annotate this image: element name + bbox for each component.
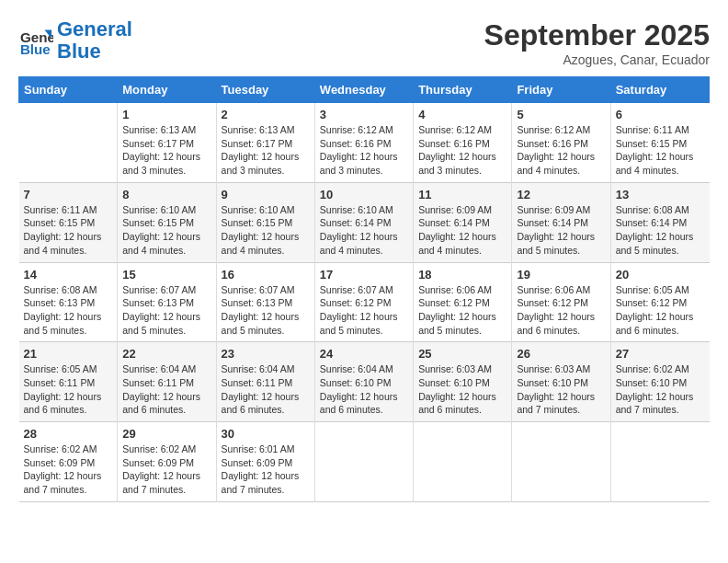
page-header: General Blue GeneralBlue September 2025 … xyxy=(18,18,710,67)
day-info: Sunrise: 6:04 AM Sunset: 6:11 PM Dayligh… xyxy=(122,362,210,417)
calendar-cell xyxy=(314,422,413,502)
day-number: 8 xyxy=(122,188,210,201)
day-number: 11 xyxy=(418,188,506,201)
day-info: Sunrise: 6:07 AM Sunset: 6:13 PM Dayligh… xyxy=(122,283,210,338)
day-number: 12 xyxy=(517,188,605,201)
calendar-cell: 5Sunrise: 6:12 AM Sunset: 6:16 PM Daylig… xyxy=(512,103,610,183)
day-number: 7 xyxy=(24,188,113,201)
calendar-cell: 13Sunrise: 6:08 AM Sunset: 6:14 PM Dayli… xyxy=(610,182,709,262)
day-number: 4 xyxy=(418,108,506,121)
day-header-sunday: Sunday xyxy=(19,77,118,103)
day-header-wednesday: Wednesday xyxy=(314,77,413,103)
month-title: September 2025 xyxy=(484,18,710,52)
day-number: 25 xyxy=(418,347,506,361)
calendar-cell: 10Sunrise: 6:10 AM Sunset: 6:14 PM Dayli… xyxy=(314,182,413,262)
calendar-cell xyxy=(19,103,118,183)
day-number: 9 xyxy=(222,188,310,201)
day-info: Sunrise: 6:12 AM Sunset: 6:16 PM Dayligh… xyxy=(418,123,506,178)
day-number: 6 xyxy=(616,108,705,121)
calendar-cell: 30Sunrise: 6:01 AM Sunset: 6:09 PM Dayli… xyxy=(216,422,314,502)
calendar-cell: 24Sunrise: 6:04 AM Sunset: 6:10 PM Dayli… xyxy=(314,342,413,422)
day-number: 28 xyxy=(24,427,113,441)
calendar-cell: 6Sunrise: 6:11 AM Sunset: 6:15 PM Daylig… xyxy=(610,103,709,183)
day-number: 24 xyxy=(320,347,408,361)
calendar-cell: 25Sunrise: 6:03 AM Sunset: 6:10 PM Dayli… xyxy=(414,342,512,422)
day-number: 2 xyxy=(222,108,310,121)
calendar-cell: 19Sunrise: 6:06 AM Sunset: 6:12 PM Dayli… xyxy=(512,262,610,342)
day-number: 27 xyxy=(616,347,705,361)
calendar-cell: 17Sunrise: 6:07 AM Sunset: 6:12 PM Dayli… xyxy=(314,262,413,342)
calendar-cell: 15Sunrise: 6:07 AM Sunset: 6:13 PM Dayli… xyxy=(118,262,216,342)
day-number: 18 xyxy=(418,268,506,282)
day-number: 26 xyxy=(517,347,605,361)
day-number: 5 xyxy=(517,108,605,121)
location-subtitle: Azogues, Canar, Ecuador xyxy=(484,52,710,67)
title-block: September 2025 Azogues, Canar, Ecuador xyxy=(484,18,710,67)
day-header-friday: Friday xyxy=(512,77,610,103)
day-info: Sunrise: 6:02 AM Sunset: 6:09 PM Dayligh… xyxy=(24,442,113,497)
calendar-cell xyxy=(512,422,610,502)
calendar-cell: 28Sunrise: 6:02 AM Sunset: 6:09 PM Dayli… xyxy=(19,422,118,502)
calendar-header-row: SundayMondayTuesdayWednesdayThursdayFrid… xyxy=(19,77,710,103)
day-info: Sunrise: 6:09 AM Sunset: 6:14 PM Dayligh… xyxy=(517,203,605,258)
calendar-cell xyxy=(610,422,709,502)
day-info: Sunrise: 6:03 AM Sunset: 6:10 PM Dayligh… xyxy=(418,362,506,417)
day-info: Sunrise: 6:10 AM Sunset: 6:15 PM Dayligh… xyxy=(122,203,210,258)
day-info: Sunrise: 6:04 AM Sunset: 6:11 PM Dayligh… xyxy=(222,362,310,417)
day-info: Sunrise: 6:06 AM Sunset: 6:12 PM Dayligh… xyxy=(418,283,506,338)
calendar-cell: 27Sunrise: 6:02 AM Sunset: 6:10 PM Dayli… xyxy=(610,342,709,422)
day-number: 15 xyxy=(122,268,210,282)
day-header-thursday: Thursday xyxy=(414,77,512,103)
calendar-cell: 8Sunrise: 6:10 AM Sunset: 6:15 PM Daylig… xyxy=(118,182,216,262)
day-info: Sunrise: 6:10 AM Sunset: 6:15 PM Dayligh… xyxy=(222,203,310,258)
calendar-cell: 12Sunrise: 6:09 AM Sunset: 6:14 PM Dayli… xyxy=(512,182,610,262)
day-number: 20 xyxy=(616,268,705,282)
day-number: 3 xyxy=(320,108,408,121)
day-info: Sunrise: 6:01 AM Sunset: 6:09 PM Dayligh… xyxy=(222,442,310,497)
logo-icon: General Blue xyxy=(18,23,53,58)
day-info: Sunrise: 6:10 AM Sunset: 6:14 PM Dayligh… xyxy=(320,203,408,258)
day-number: 10 xyxy=(320,188,408,201)
week-row-3: 14Sunrise: 6:08 AM Sunset: 6:13 PM Dayli… xyxy=(19,262,710,342)
calendar-cell: 7Sunrise: 6:11 AM Sunset: 6:15 PM Daylig… xyxy=(19,182,118,262)
day-number: 17 xyxy=(320,268,408,282)
calendar-table: SundayMondayTuesdayWednesdayThursdayFrid… xyxy=(18,76,710,502)
calendar-cell: 23Sunrise: 6:04 AM Sunset: 6:11 PM Dayli… xyxy=(216,342,314,422)
day-info: Sunrise: 6:11 AM Sunset: 6:15 PM Dayligh… xyxy=(616,123,705,178)
day-number: 16 xyxy=(222,268,310,282)
svg-text:Blue: Blue xyxy=(20,41,51,57)
calendar-cell: 1Sunrise: 6:13 AM Sunset: 6:17 PM Daylig… xyxy=(118,103,216,183)
day-info: Sunrise: 6:06 AM Sunset: 6:12 PM Dayligh… xyxy=(517,283,605,338)
day-info: Sunrise: 6:12 AM Sunset: 6:16 PM Dayligh… xyxy=(517,123,605,178)
day-info: Sunrise: 6:07 AM Sunset: 6:12 PM Dayligh… xyxy=(320,283,408,338)
calendar-cell: 22Sunrise: 6:04 AM Sunset: 6:11 PM Dayli… xyxy=(118,342,216,422)
calendar-cell: 29Sunrise: 6:02 AM Sunset: 6:09 PM Dayli… xyxy=(118,422,216,502)
day-info: Sunrise: 6:13 AM Sunset: 6:17 PM Dayligh… xyxy=(122,123,210,178)
day-header-tuesday: Tuesday xyxy=(216,77,314,103)
day-header-monday: Monday xyxy=(118,77,216,103)
day-number: 23 xyxy=(222,347,310,361)
day-info: Sunrise: 6:13 AM Sunset: 6:17 PM Dayligh… xyxy=(222,123,310,178)
calendar-cell xyxy=(414,422,512,502)
day-number: 29 xyxy=(122,427,210,441)
day-number: 22 xyxy=(122,347,210,361)
calendar-cell: 18Sunrise: 6:06 AM Sunset: 6:12 PM Dayli… xyxy=(414,262,512,342)
day-info: Sunrise: 6:12 AM Sunset: 6:16 PM Dayligh… xyxy=(320,123,408,178)
day-info: Sunrise: 6:08 AM Sunset: 6:13 PM Dayligh… xyxy=(24,283,113,338)
day-info: Sunrise: 6:03 AM Sunset: 6:10 PM Dayligh… xyxy=(517,362,605,417)
day-number: 14 xyxy=(24,268,113,282)
day-info: Sunrise: 6:02 AM Sunset: 6:10 PM Dayligh… xyxy=(616,362,705,417)
day-info: Sunrise: 6:09 AM Sunset: 6:14 PM Dayligh… xyxy=(418,203,506,258)
calendar-cell: 20Sunrise: 6:05 AM Sunset: 6:12 PM Dayli… xyxy=(610,262,709,342)
calendar-cell: 2Sunrise: 6:13 AM Sunset: 6:17 PM Daylig… xyxy=(216,103,314,183)
logo: General Blue GeneralBlue xyxy=(18,18,132,63)
calendar-cell: 11Sunrise: 6:09 AM Sunset: 6:14 PM Dayli… xyxy=(414,182,512,262)
calendar-cell: 16Sunrise: 6:07 AM Sunset: 6:13 PM Dayli… xyxy=(216,262,314,342)
calendar-cell: 3Sunrise: 6:12 AM Sunset: 6:16 PM Daylig… xyxy=(314,103,413,183)
day-number: 21 xyxy=(24,347,113,361)
day-number: 13 xyxy=(616,188,705,201)
logo-text: GeneralBlue xyxy=(57,18,132,63)
day-number: 19 xyxy=(517,268,605,282)
day-info: Sunrise: 6:02 AM Sunset: 6:09 PM Dayligh… xyxy=(122,442,210,497)
day-info: Sunrise: 6:07 AM Sunset: 6:13 PM Dayligh… xyxy=(222,283,310,338)
